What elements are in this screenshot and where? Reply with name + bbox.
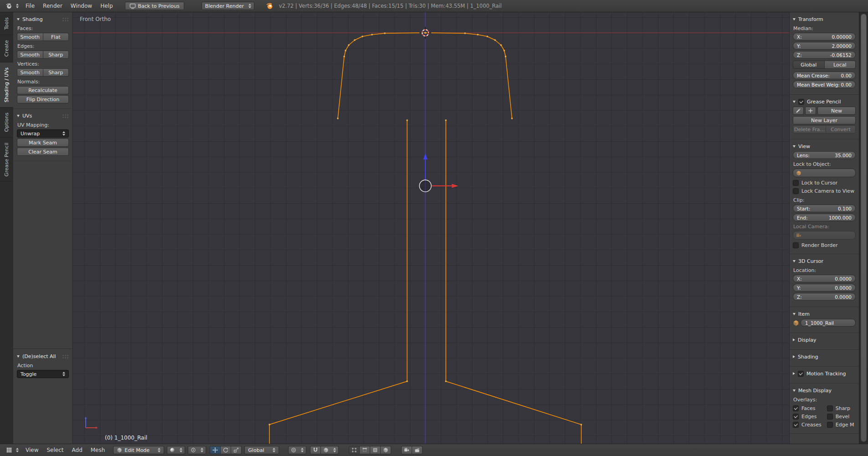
faces-flat-button[interactable]: Flat [43, 33, 69, 41]
opengl-render-button[interactable] [401, 446, 412, 454]
cursor-y-field[interactable]: Y: 0.0000 [793, 284, 856, 292]
viewport-3d[interactable]: Front Ortho (0) 1_1000_Rail [73, 12, 789, 444]
view-header[interactable]: View [793, 142, 856, 150]
render-engine-dropdown[interactable]: Blender Render [202, 2, 254, 10]
vertex-select-button[interactable] [349, 446, 360, 454]
menu-select[interactable]: Select [43, 444, 67, 456]
convert-button[interactable]: Convert [826, 125, 856, 133]
tab-tools[interactable]: Tools [0, 12, 13, 35]
menu-view[interactable]: View [22, 444, 42, 456]
mesh-display-header[interactable]: Mesh Display [793, 386, 856, 395]
local-camera-field[interactable] [793, 231, 856, 240]
viewport-editor-type-selector[interactable] [4, 446, 21, 454]
vertices-smooth-button[interactable]: Smooth [17, 68, 43, 77]
menu-file[interactable]: File [22, 0, 38, 12]
edge-marks-overlay-checkbox[interactable] [827, 422, 833, 428]
tab-create[interactable]: Create [0, 35, 13, 62]
item-header[interactable]: Item [793, 310, 856, 318]
overlay-edges-row[interactable]: Edges [793, 412, 826, 420]
edges-sharp-button[interactable]: Sharp [43, 51, 69, 59]
menu-render[interactable]: Render [39, 0, 66, 12]
back-to-previous-button[interactable]: Back to Previous [125, 2, 184, 10]
grease-pencil-checkbox[interactable] [798, 99, 804, 105]
menu-add[interactable]: Add [68, 444, 86, 456]
lock-object-field[interactable] [793, 169, 856, 177]
item-name-field[interactable]: 1_1000_Rail [801, 319, 856, 327]
overlay-edge-marks-row[interactable]: Edge M [827, 420, 856, 429]
cursor-z-field[interactable]: Z: 0.0000 [793, 293, 856, 301]
editor-type-selector[interactable] [4, 2, 21, 10]
menu-help[interactable]: Help [97, 0, 116, 12]
n-panel-scrollbar[interactable] [861, 14, 867, 442]
lock-to-cursor-checkbox[interactable] [793, 180, 799, 186]
local-button[interactable]: Local [825, 61, 856, 69]
pivot-point-dropdown[interactable] [188, 446, 206, 454]
overlay-creases-row[interactable]: Creases [793, 420, 826, 429]
tab-shading-uvs[interactable]: Shading / UVs [0, 62, 13, 108]
clear-seam-button[interactable]: Clear Seam [17, 148, 69, 156]
menu-mesh[interactable]: Mesh [87, 444, 109, 456]
panel-drag-handle[interactable] [62, 114, 69, 118]
lock-to-cursor-row[interactable]: Lock to Cursor [793, 179, 856, 187]
uvs-panel-header[interactable]: UVs [17, 112, 69, 120]
mean-crease-field[interactable]: Mean Crease: 0.00 [793, 72, 856, 79]
cursor-x-field[interactable]: X: 0.0000 [793, 275, 856, 282]
transform-header[interactable]: Transform [793, 15, 856, 23]
flip-direction-button[interactable]: Flip Direction [17, 95, 69, 103]
edges-overlay-checkbox[interactable] [793, 414, 799, 420]
cursor-3d-header[interactable]: 3D Cursor [793, 257, 856, 265]
motion-tracking-checkbox[interactable] [798, 371, 804, 377]
delete-frame-button[interactable]: Delete Fra... [793, 125, 826, 133]
clip-start-field[interactable]: Start: 0.100 [793, 205, 856, 212]
grease-pencil-draw-button[interactable] [793, 107, 804, 115]
median-x-field[interactable]: X: 0.00000 [793, 33, 856, 41]
clip-end-field[interactable]: End: 1000.000 [793, 214, 856, 221]
panel-drag-handle[interactable] [62, 17, 69, 21]
median-z-field[interactable]: Z: -0.06152 [793, 51, 856, 59]
opengl-render-anim-button[interactable] [412, 446, 423, 454]
overlay-bevel-row[interactable]: Bevel [827, 412, 856, 420]
face-select-button[interactable] [370, 446, 381, 454]
transform-orientation-dropdown[interactable]: Global [244, 446, 279, 454]
bevel-overlay-checkbox[interactable] [827, 414, 833, 420]
median-y-field[interactable]: Y: 2.00000 [793, 42, 856, 50]
translate-manipulator-button[interactable] [210, 446, 221, 454]
lock-camera-row[interactable]: Lock Camera to View [793, 187, 856, 195]
shading-panel-header[interactable]: Shading [17, 15, 69, 23]
proportional-edit-dropdown[interactable] [288, 446, 306, 454]
grease-pencil-header[interactable]: Grease Pencil [793, 97, 856, 106]
recalculate-normals-button[interactable]: Recalculate [17, 86, 69, 94]
action-toggle-dropdown[interactable]: Toggle [17, 370, 69, 378]
grease-pencil-new-button[interactable]: New [817, 107, 856, 115]
motion-tracking-header[interactable]: Motion Tracking [793, 369, 856, 378]
global-button[interactable]: Global [793, 61, 825, 69]
mark-seam-button[interactable]: Mark Seam [17, 138, 69, 147]
rotate-manipulator-button[interactable] [221, 446, 231, 454]
vertices-sharp-button[interactable]: Sharp [43, 68, 69, 77]
sharp-overlay-checkbox[interactable] [827, 405, 833, 411]
shading-props-header[interactable]: Shading [793, 353, 856, 361]
menu-window[interactable]: Window [67, 0, 96, 12]
overlay-sharp-row[interactable]: Sharp [827, 404, 856, 412]
viewport-shading-dropdown[interactable] [167, 446, 185, 454]
faces-smooth-button[interactable]: Smooth [17, 33, 43, 41]
mean-bevel-field[interactable]: Mean Bevel Weig: 0.00 [793, 81, 856, 88]
uv-unwrap-dropdown[interactable]: Unwrap [17, 129, 69, 138]
faces-overlay-checkbox[interactable] [793, 405, 799, 411]
mode-dropdown[interactable]: Edit Mode [113, 446, 164, 454]
tab-grease-pencil[interactable]: Grease Pencil [0, 138, 13, 182]
render-border-checkbox[interactable] [793, 242, 799, 248]
snap-element-dropdown[interactable] [321, 446, 339, 454]
lens-field[interactable]: Lens: 35.000 [793, 151, 856, 159]
display-header[interactable]: Display [793, 336, 856, 344]
edges-smooth-button[interactable]: Smooth [17, 51, 43, 59]
edge-select-button[interactable] [360, 446, 370, 454]
tab-options[interactable]: Options [0, 108, 13, 137]
overlay-faces-row[interactable]: Faces [793, 404, 826, 412]
lock-camera-checkbox[interactable] [793, 188, 799, 194]
panel-drag-handle[interactable] [62, 354, 69, 359]
scale-manipulator-button[interactable] [231, 446, 242, 454]
snap-magnet-button[interactable] [310, 446, 321, 454]
new-layer-button[interactable]: New Layer [793, 116, 856, 124]
grease-pencil-add-button[interactable] [805, 107, 816, 115]
